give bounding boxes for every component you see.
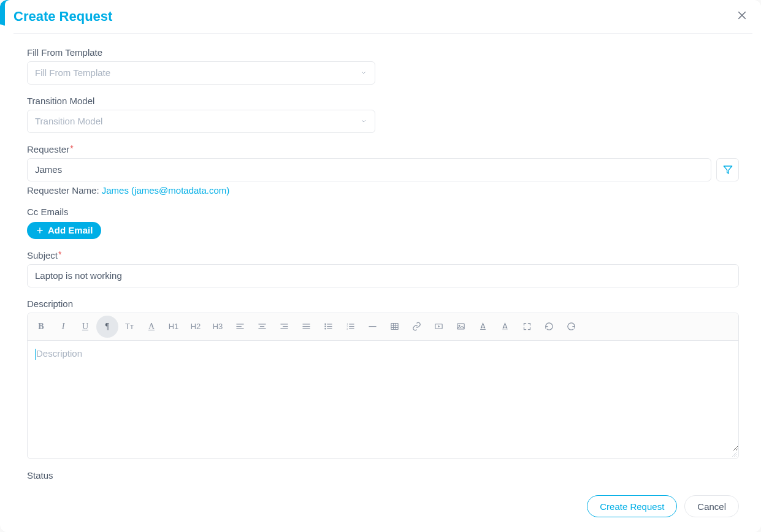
field-transition-model: Transition Model Transition Model [27, 96, 739, 133]
close-button[interactable] [736, 10, 748, 23]
svg-rect-37 [457, 324, 464, 330]
field-subject: Subject* [27, 250, 739, 287]
label-cc-emails: Cc Emails [27, 207, 739, 217]
label-status: Status [27, 470, 739, 481]
fullscreen-button[interactable] [516, 316, 538, 338]
bullet-list-icon [324, 322, 333, 331]
field-requester: Requester* Requester Name: James (james@… [27, 144, 739, 196]
input-subject[interactable] [27, 264, 739, 287]
label-subject-text: Subject [27, 250, 58, 260]
modal-body: Fill From Template Fill From Template Tr… [5, 34, 761, 483]
text-color-button[interactable] [472, 316, 494, 338]
modal: Create Request Fill From Template Fill F… [0, 0, 761, 532]
filter-icon [723, 165, 733, 175]
resize-handle[interactable] [28, 451, 738, 458]
text-color-icon [478, 322, 488, 331]
filter-button[interactable] [716, 158, 739, 181]
requester-name-link[interactable]: James (james@motadata.com) [102, 185, 230, 196]
video-button[interactable] [427, 316, 449, 338]
placeholder-transition-model: Transition Model [35, 116, 102, 126]
required-star: * [70, 143, 73, 153]
label-subject: Subject* [27, 250, 739, 260]
modal-inner: Create Request Fill From Template Fill F… [5, 0, 761, 532]
editor-toolbar: B I U ¶ Tт A H1 H2 H3 [28, 313, 738, 341]
redo-button[interactable] [560, 316, 582, 338]
add-email-label: Add Email [48, 225, 93, 235]
add-email-button[interactable]: Add Email [27, 222, 101, 239]
svg-text:3: 3 [346, 328, 348, 330]
table-icon [390, 322, 399, 331]
placeholder-fill-from-template: Fill From Template [35, 67, 110, 78]
bullet-list-button[interactable] [317, 316, 339, 338]
svg-marker-36 [438, 325, 440, 328]
required-star: * [58, 249, 61, 259]
align-left-icon [235, 322, 245, 331]
fullscreen-icon [522, 322, 532, 331]
field-status: Status [27, 470, 739, 483]
svg-rect-30 [391, 324, 397, 330]
text-bg-button[interactable] [494, 316, 516, 338]
editor-placeholder: Description [36, 348, 82, 359]
align-justify-button[interactable] [295, 316, 317, 338]
svg-point-19 [324, 329, 325, 329]
h2-button[interactable]: H2 [185, 316, 207, 338]
label-fill-from-template: Fill From Template [27, 47, 739, 58]
label-description: Description [27, 298, 739, 309]
numbered-list-icon: 123 [346, 322, 355, 331]
svg-point-17 [324, 324, 325, 325]
svg-line-43 [736, 456, 736, 457]
input-requester[interactable] [27, 158, 711, 181]
align-center-button[interactable] [251, 316, 273, 338]
chevron-down-icon [360, 67, 367, 78]
align-right-button[interactable] [273, 316, 295, 338]
create-request-button[interactable]: Create Request [587, 495, 677, 517]
undo-button[interactable] [538, 316, 560, 338]
modal-header: Create Request [5, 0, 761, 33]
svg-marker-2 [724, 166, 732, 173]
cancel-button[interactable]: Cancel [684, 495, 739, 517]
svg-point-18 [324, 326, 325, 327]
align-right-icon [280, 322, 289, 331]
horizontal-rule-button[interactable] [361, 316, 383, 338]
table-button[interactable] [383, 316, 405, 338]
plus-icon [36, 226, 44, 235]
label-transition-model: Transition Model [27, 96, 739, 106]
video-icon [434, 322, 443, 331]
paragraph-button[interactable]: ¶ [96, 316, 118, 338]
link-icon [412, 322, 421, 331]
underline-button[interactable]: U [74, 316, 96, 338]
label-requester-text: Requester [27, 144, 69, 154]
redo-icon [567, 322, 576, 331]
svg-rect-40 [502, 329, 508, 330]
align-justify-icon [302, 322, 311, 331]
text-bg-icon [500, 322, 510, 331]
resize-icon [731, 451, 737, 457]
editor-textarea[interactable]: Description [28, 341, 738, 451]
undo-icon [545, 322, 554, 331]
horizontal-rule-icon [368, 322, 377, 331]
field-cc-emails: Cc Emails Add Email [27, 207, 739, 239]
field-fill-from-template: Fill From Template Fill From Template [27, 47, 739, 85]
h3-button[interactable]: H3 [207, 316, 229, 338]
text-caret [35, 349, 36, 360]
field-description: Description B I U ¶ Tт A H1 H2 H3 [27, 298, 739, 459]
modal-footer: Create Request Cancel [5, 483, 761, 532]
select-transition-model[interactable]: Transition Model [27, 110, 375, 133]
bold-button[interactable]: B [30, 316, 52, 338]
chevron-down-icon [360, 116, 367, 126]
h1-button[interactable]: H1 [163, 316, 185, 338]
rich-text-editor: B I U ¶ Tт A H1 H2 H3 [27, 313, 739, 459]
link-button[interactable] [405, 316, 427, 338]
numbered-list-button[interactable]: 123 [339, 316, 361, 338]
requester-name-line: Requester Name: James (james@motadata.co… [27, 185, 739, 196]
text-size-button[interactable]: Tт [118, 316, 140, 338]
svg-point-38 [459, 325, 460, 327]
italic-button[interactable]: I [52, 316, 74, 338]
select-fill-from-template[interactable]: Fill From Template [27, 61, 375, 85]
label-requester: Requester* [27, 144, 739, 154]
align-left-button[interactable] [229, 316, 251, 338]
text-style-button[interactable]: A [140, 316, 163, 338]
image-button[interactable] [449, 316, 472, 338]
align-center-icon [258, 322, 267, 331]
close-icon [736, 10, 748, 21]
